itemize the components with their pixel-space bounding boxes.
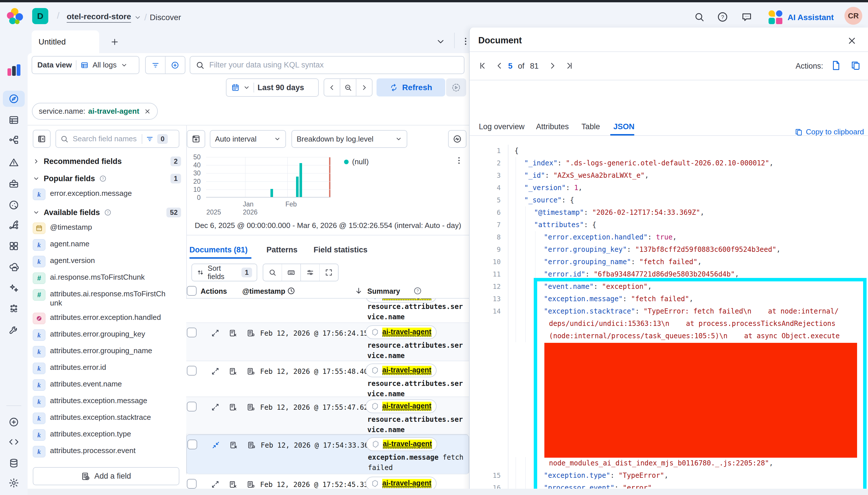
help-icon[interactable]: ? [717, 11, 728, 23]
global-search-icon[interactable] [694, 12, 705, 22]
field-search-input[interactable] [72, 134, 138, 143]
ai-assistant-logo-icon[interactable] [768, 10, 783, 25]
nav-alerts-icon[interactable] [8, 157, 19, 168]
sort-fields-button[interactable]: Sort fields 1 [192, 263, 257, 281]
table-row[interactable]: Feb 12, 2026 @ 17:54:33.369ai-travel-age… [186, 434, 469, 474]
expand-row-icon[interactable] [211, 329, 219, 337]
field-item[interactable]: kagent.version [33, 253, 181, 270]
doc-action-report-icon[interactable] [831, 60, 841, 71]
service-name-pill[interactable]: ai-travel-agent [365, 399, 437, 413]
add-filter-icon[interactable] [166, 61, 185, 69]
grid-fullscreen-icon[interactable] [320, 269, 338, 276]
sort-descending-icon[interactable] [355, 287, 363, 295]
nav-add-icon[interactable] [8, 416, 19, 428]
time-back-icon[interactable] [324, 84, 340, 91]
nav-code-icon[interactable] [8, 437, 19, 447]
session-tab[interactable]: Untitled [32, 31, 99, 53]
column-header-summary[interactable]: Summary [367, 287, 400, 295]
tab-patterns[interactable]: Patterns [266, 245, 297, 254]
time-zoom-out-icon[interactable] [340, 84, 356, 91]
expand-row-icon[interactable] [211, 480, 219, 489]
field-item[interactable]: kattributes.processor.event [33, 443, 181, 460]
tab-menu-chevron-icon[interactable] [436, 37, 445, 47]
field-section-header[interactable]: Popular fields?1 [33, 171, 181, 186]
remove-similar-icon[interactable] [229, 367, 238, 376]
nav-workflows-icon[interactable] [8, 134, 19, 145]
field-filter-icon[interactable] [146, 135, 154, 143]
table-row[interactable]: Feb 12, 2026 @ 17:55:48.403ai-travel-age… [186, 361, 469, 397]
edit-visualization-button[interactable] [187, 130, 205, 148]
view-surrounding-icon[interactable] [247, 403, 255, 411]
histogram-bar[interactable] [296, 176, 299, 197]
prev-doc-icon[interactable] [495, 61, 504, 70]
chart-legend[interactable]: (null) [344, 157, 369, 166]
interval-select[interactable]: Auto interval [210, 130, 286, 148]
nav-data-icon[interactable] [8, 458, 19, 468]
view-surrounding-icon[interactable] [247, 329, 255, 337]
flyout-tab-table[interactable]: Table [582, 122, 600, 131]
remove-similar-icon[interactable] [229, 441, 238, 449]
row-checkbox[interactable] [187, 440, 197, 449]
tab-documents[interactable]: Documents (81) [190, 245, 248, 254]
remove-similar-icon[interactable] [229, 480, 238, 489]
histogram-bar[interactable] [299, 163, 302, 197]
field-item[interactable]: #attributes.ai.response.msToFirstChunk [33, 287, 181, 310]
field-item[interactable]: kattributes.error.grouping_key [33, 327, 181, 343]
section-chevron-icon[interactable] [33, 209, 40, 216]
expand-row-icon[interactable] [211, 403, 219, 411]
remove-similar-icon[interactable] [229, 403, 238, 411]
chart-kebab-icon[interactable] [454, 156, 464, 165]
elastic-logo-icon[interactable] [7, 8, 23, 24]
refresh-button[interactable]: Refresh [377, 79, 445, 97]
table-row[interactable]: Feb 12, 2026 @ 17:56:24.158ai-travel-age… [186, 323, 469, 361]
grid-search-icon[interactable] [263, 269, 282, 276]
filter-pill-service-name[interactable]: service.name: ai-travel-agent [32, 103, 158, 120]
column-header-timestamp[interactable]: @timestamp [242, 287, 285, 295]
field-item[interactable]: attributes.error.exception.handled [33, 310, 181, 327]
breakdown-select[interactable]: Breakdown by log.level [292, 130, 407, 148]
field-item[interactable]: kagent.name [33, 237, 181, 253]
copy-to-clipboard-button[interactable]: Copy to clipboard [780, 127, 864, 136]
nav-cluster-icon[interactable] [8, 303, 19, 314]
next-doc-icon[interactable] [548, 61, 557, 70]
field-item[interactable]: kattributes.exception.message [33, 393, 181, 410]
nav-infrastructure-icon[interactable] [8, 262, 19, 273]
service-name-pill[interactable]: ai-travel-agent [366, 437, 437, 451]
kql-search-bar[interactable] [190, 56, 464, 74]
collapse-sidebar-button[interactable] [33, 130, 51, 148]
field-item[interactable]: kattributes.event.name [33, 377, 181, 393]
saved-query-filter-icon[interactable] [146, 61, 165, 69]
auto-refresh-button[interactable] [446, 79, 466, 97]
chart-options-button[interactable] [448, 130, 466, 148]
field-item[interactable]: kattributes.error.grouping_name [33, 343, 181, 360]
data-view-picker[interactable]: Data view All logs [32, 56, 140, 74]
expand-row-icon[interactable] [212, 441, 220, 449]
field-item[interactable]: @timestamp [33, 220, 181, 237]
field-section-header[interactable]: Available fields?52 [33, 205, 181, 220]
grid-display-options-icon[interactable] [301, 269, 319, 276]
column-header-actions[interactable]: Actions [201, 287, 227, 295]
close-flyout-icon[interactable] [847, 36, 857, 46]
space-badge[interactable]: D [32, 8, 48, 24]
ai-assistant-button[interactable]: AI Assistant [787, 13, 834, 22]
row-checkbox[interactable] [187, 479, 197, 489]
field-item[interactable]: #ai.response.msToFirstChunk [33, 270, 181, 287]
nav-machine-learning-icon[interactable] [8, 200, 19, 210]
service-name-pill[interactable]: ai-travel-agent [365, 477, 437, 490]
nav-cases-icon[interactable] [8, 178, 19, 189]
nav-ai-icon[interactable] [8, 283, 19, 294]
section-help-icon[interactable]: ? [99, 175, 107, 182]
summary-help-icon[interactable]: ? [413, 287, 422, 295]
chevron-down-icon[interactable] [134, 14, 142, 21]
remove-filter-icon[interactable] [144, 108, 151, 115]
last-doc-icon[interactable] [564, 61, 574, 70]
section-chevron-icon[interactable] [33, 158, 40, 165]
tab-field-statistics[interactable]: Field statistics [314, 245, 367, 254]
field-item[interactable]: kattributes.exception.type [33, 427, 181, 443]
new-tab-icon[interactable] [110, 37, 119, 47]
select-all-checkbox[interactable] [187, 286, 197, 296]
service-name-pill[interactable]: ai-travel-agent [365, 325, 437, 339]
section-help-icon[interactable]: ? [104, 209, 112, 216]
row-checkbox[interactable] [187, 328, 197, 337]
breadcrumb-project-link[interactable]: otel-record-store [67, 12, 131, 23]
